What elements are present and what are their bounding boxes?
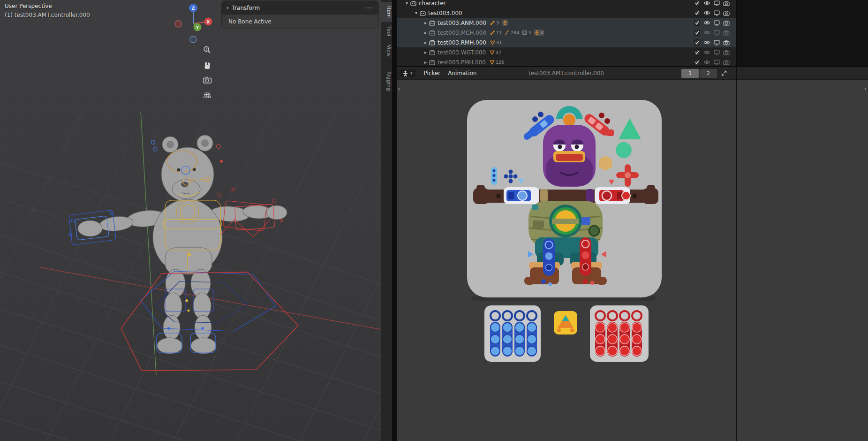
chevron-right-icon[interactable]: ▸: [422, 60, 429, 65]
outliner-row[interactable]: ▸test003.MCH.0001128434: [397, 28, 736, 38]
collection-icon: [429, 50, 435, 55]
x-axis-line: [40, 267, 381, 329]
empty-editor-area: [736, 0, 868, 66]
tab-tool[interactable]: Tool: [381, 22, 392, 40]
grid-icon: 3: [522, 30, 531, 35]
checkbox[interactable]: [694, 30, 700, 36]
left-elbow-button[interactable]: [540, 189, 548, 202]
layer-button-2[interactable]: 2: [700, 69, 717, 78]
eye-icon[interactable]: [703, 0, 710, 6]
checkbox[interactable]: [694, 0, 700, 6]
transform-panel-header[interactable]: ▾ Transform ::::: [222, 1, 378, 15]
persp-ortho-button[interactable]: [201, 89, 213, 101]
camera-icon[interactable]: [723, 40, 730, 46]
eye-icon[interactable]: [703, 30, 710, 35]
zoom-button[interactable]: [201, 44, 213, 56]
checkbox[interactable]: [694, 39, 700, 46]
fullscreen-icon[interactable]: [721, 70, 727, 76]
camera-view-button[interactable]: [201, 74, 213, 86]
svg-text:Y: Y: [196, 25, 199, 30]
circle-button[interactable]: [616, 142, 632, 158]
axis-neg-z[interactable]: [190, 36, 196, 43]
left-toe-dot[interactable]: [548, 282, 552, 286]
tab-item[interactable]: Item: [381, 2, 392, 22]
region-toggle-arrow[interactable]: ›: [398, 85, 400, 92]
left-arm-control[interactable]: [504, 187, 539, 204]
camera-icon[interactable]: [723, 20, 730, 26]
viewport-canvas[interactable]: Z X Y: [0, 0, 381, 441]
right-foot-dot[interactable]: [583, 279, 588, 284]
right-grid-panel[interactable]: [590, 305, 649, 362]
outliner-row[interactable]: ▸test003.RMH.00031: [397, 38, 736, 47]
checkbox[interactable]: [694, 20, 700, 26]
pan-hand-button[interactable]: [201, 59, 213, 71]
tab-view[interactable]: View: [381, 40, 392, 61]
chevron-right-icon[interactable]: ▸: [422, 50, 429, 55]
left-foot-dot[interactable]: [541, 279, 546, 284]
editor-type-dropdown[interactable]: ▾: [400, 69, 415, 77]
screen-icon[interactable]: [714, 10, 720, 16]
outliner-row[interactable]: ▸test003.WGT.00047: [397, 47, 736, 57]
screen-icon[interactable]: [714, 0, 720, 6]
outliner-row[interactable]: ▾test003.000: [397, 8, 736, 18]
collection-icon: [429, 40, 435, 46]
right-elbow-button[interactable]: [586, 189, 594, 202]
camera-icon[interactable]: [723, 0, 730, 6]
blender-window: Z X Y: [0, 0, 868, 441]
screen-icon[interactable]: [714, 50, 720, 55]
menu-picker[interactable]: Picker: [420, 70, 445, 76]
head-button[interactable]: [543, 125, 596, 187]
armature-icon: 4: [534, 30, 544, 36]
screen-icon[interactable]: [714, 40, 720, 46]
outliner-row[interactable]: ▾character: [397, 0, 736, 8]
panel-drag-handle[interactable]: ::::: [366, 5, 374, 10]
character-model[interactable]: [56, 130, 302, 361]
chevron-right-icon[interactable]: ▸: [422, 30, 429, 35]
pose-icon: 11: [490, 30, 502, 35]
camera-icon[interactable]: [723, 10, 730, 16]
screen-icon[interactable]: [714, 30, 720, 36]
transform-panel-title: Transform: [232, 5, 260, 11]
outliner-item-label: test003.000: [428, 10, 462, 16]
transform-panel[interactable]: ▾ Transform :::: No Bone Active: [222, 1, 378, 29]
eye-icon[interactable]: [703, 60, 710, 65]
checkbox[interactable]: [694, 10, 700, 16]
viewport-perspective-label: User Perspective: [5, 3, 52, 9]
camera-icon[interactable]: [723, 30, 730, 36]
right-arm-control[interactable]: [595, 187, 630, 204]
viewport-3d[interactable]: Z X Y: [0, 0, 381, 441]
layer-button-1[interactable]: 1: [681, 69, 699, 78]
left-leg-control[interactable]: [543, 238, 555, 276]
outliner-row[interactable]: ▸test003.ANM.0003: [397, 18, 736, 28]
panel-collapse-icon[interactable]: ▾: [226, 6, 229, 10]
chevron-right-icon[interactable]: ▸: [422, 40, 429, 45]
checkbox[interactable]: [694, 49, 700, 55]
region-toggle-arrow[interactable]: ‹: [864, 85, 867, 92]
center-button[interactable]: [554, 311, 577, 335]
armature-icon: [502, 20, 508, 26]
collection-icon: [429, 60, 435, 65]
outliner-panel: ▾character▾test003.000▸test003.ANM.0003▸…: [397, 0, 736, 66]
eye-icon[interactable]: [703, 20, 710, 25]
axis-neg-x[interactable]: [175, 21, 181, 27]
camera-icon[interactable]: [723, 60, 730, 65]
chevron-down-icon[interactable]: ▾: [413, 10, 420, 15]
screen-icon[interactable]: [714, 60, 720, 65]
chevron-right-icon[interactable]: ▸: [422, 20, 429, 25]
navigation-gizmo[interactable]: Z X Y: [175, 4, 212, 43]
picker-canvas-area[interactable]: ›: [397, 80, 736, 441]
left-grid-panel[interactable]: [484, 305, 541, 362]
outliner-row[interactable]: ▸test003.PMH.000126: [397, 57, 736, 66]
camera-icon[interactable]: [723, 50, 730, 55]
right-leg-control[interactable]: [580, 237, 591, 276]
checkbox[interactable]: [694, 59, 700, 65]
chevron-down-icon[interactable]: ▾: [403, 0, 410, 6]
collection-icon: [420, 10, 426, 16]
right-toe-dot[interactable]: [590, 281, 594, 285]
screen-icon[interactable]: [714, 20, 720, 26]
tab-rigging[interactable]: Rigging: [381, 67, 392, 95]
eye-icon[interactable]: [703, 50, 710, 55]
menu-animation[interactable]: Animation: [444, 70, 480, 76]
eye-icon[interactable]: [703, 10, 710, 15]
eye-icon[interactable]: [703, 40, 710, 45]
